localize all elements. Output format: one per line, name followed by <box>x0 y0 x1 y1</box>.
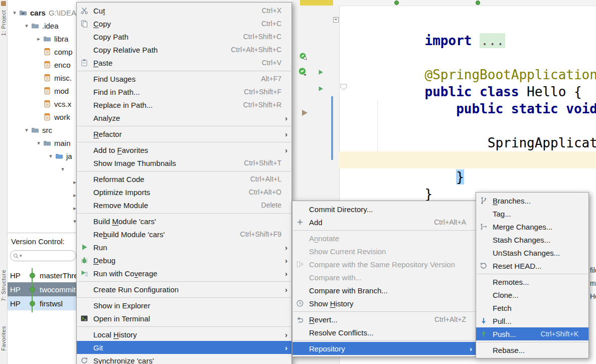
chevron-icon[interactable]: ▾ <box>58 166 67 172</box>
menu-item[interactable]: Annotate <box>292 232 476 245</box>
menu-item[interactable]: Stash Changes... <box>476 233 588 246</box>
terminal-icon <box>80 314 90 322</box>
chevron-icon[interactable]: ▾ <box>10 10 19 16</box>
menu-item-label: Revert... <box>309 315 338 324</box>
menu-item[interactable]: Optimize Imports Ctrl+Alt+O <box>77 186 291 199</box>
menu-item[interactable]: Compare with... <box>292 271 476 284</box>
run-gutter-icon[interactable] <box>317 69 324 76</box>
menu-item[interactable]: Remove Module Delete <box>77 199 291 212</box>
menu-item[interactable]: Reformat Code Ctrl+Alt+L <box>77 172 291 186</box>
menu-item[interactable]: Analyze <box>77 111 291 124</box>
menu-item[interactable]: Run with Coverage <box>77 267 291 280</box>
menu-item[interactable]: Show Current Revision <box>292 245 476 258</box>
menu-item[interactable]: Repository <box>292 342 476 355</box>
run-config-icon[interactable] <box>476 1 480 5</box>
menu-item[interactable]: Local History <box>77 328 291 341</box>
chevron-icon[interactable]: ▾ <box>22 23 31 29</box>
tool-window-corner-icon[interactable] <box>1 1 6 6</box>
repository-submenu: Branches... Tag... Merge Changes... St <box>476 192 589 358</box>
menu-item[interactable]: Git <box>77 341 291 354</box>
menu-item-shortcut: Ctrl+Shift+F9 <box>230 230 281 238</box>
fold-marker-collapsed[interactable] <box>333 17 339 23</box>
menu-item[interactable]: Replace in Path... Ctrl+Shift+R <box>77 98 291 111</box>
menu-item-label: Build Module 'cars' <box>93 217 156 226</box>
menu-item-label: Paste <box>93 59 112 67</box>
search-input[interactable] <box>22 251 74 260</box>
menu-item-shortcut: Ctrl+Alt+Shift+C <box>221 46 281 54</box>
sidebar-tab-structure[interactable]: 7: Structure <box>1 270 7 301</box>
menu-item-label: Tag... <box>493 210 511 218</box>
cut-icon <box>80 7 90 15</box>
code-line[interactable]: import ... <box>339 15 596 32</box>
chevron-icon[interactable]: ▾ <box>46 153 55 159</box>
folder-icon <box>43 35 52 43</box>
menu-item-shortcut: Ctrl+C <box>251 20 281 28</box>
menu-item[interactable]: Pull... <box>476 314 588 327</box>
reset-icon <box>480 262 490 270</box>
menu-item[interactable]: Show Image Thumbnails Ctrl+Shift+T <box>77 156 291 169</box>
menu-item[interactable]: Paste Ctrl+V <box>77 56 291 69</box>
menu-item[interactable]: Merge Changes... <box>476 220 588 233</box>
menu-item[interactable]: UnStash Changes... <box>476 246 588 259</box>
chevron-icon[interactable]: ▾ <box>22 127 31 133</box>
menu-item[interactable]: Resolve Conflicts... <box>292 326 476 339</box>
menu-item-label: Optimize Imports <box>93 188 150 197</box>
menu-item[interactable]: Debug <box>77 254 291 267</box>
revert-icon <box>296 315 306 323</box>
xml-file-icon <box>43 61 52 69</box>
menu-item[interactable]: Push... Ctrl+Shift+K <box>476 327 588 340</box>
menu-item[interactable]: Remotes... <box>476 275 588 288</box>
menu-item[interactable]: Compare with Branch... <box>292 284 476 297</box>
menu-item-label: Compare with... <box>309 273 362 282</box>
sidebar-tab-project[interactable]: 1: Project <box>1 10 7 36</box>
menu-item[interactable]: Find in Path... Ctrl+Shift+F <box>77 85 291 98</box>
menu-item-label: Resolve Conflicts... <box>309 328 373 337</box>
tree-item-label: enco <box>54 61 71 69</box>
active-editor-tab[interactable] <box>300 0 333 6</box>
menu-item[interactable]: Copy Relative Path Ctrl+Alt+Shift+C <box>77 43 291 56</box>
menu-item-label: Remove Module <box>93 201 148 210</box>
menu-item[interactable]: Branches... <box>476 194 588 207</box>
menu-item-shortcut: Ctrl+Shift+K <box>531 330 578 338</box>
menu-item[interactable]: Rebase... <box>476 343 588 356</box>
menu-item[interactable]: Build Module 'cars' <box>77 215 291 228</box>
menu-item[interactable]: Commit Directory... <box>292 203 476 216</box>
branch-search-box[interactable] <box>10 250 76 261</box>
run-config-icon[interactable] <box>394 1 399 5</box>
menu-item[interactable]: Cut Ctrl+X <box>77 4 291 17</box>
chevron-icon[interactable]: ▾ <box>34 140 43 146</box>
ide-window: 1: Project 7: Structure Favorites ▾ cars… <box>0 0 596 364</box>
submenu-arrow-icon <box>283 243 287 252</box>
menu-item[interactable]: Clone... <box>476 288 588 301</box>
menu-item[interactable]: Copy Path Ctrl+Shift+C <box>77 30 291 43</box>
menu-item[interactable]: Run <box>77 241 291 254</box>
spring-run-gutter-icon[interactable] <box>298 67 307 76</box>
menu-item[interactable]: Add to Favorites <box>77 143 291 156</box>
tree-item-label: work <box>54 113 70 121</box>
run-gutter-icon[interactable] <box>317 85 324 92</box>
menu-item[interactable]: Fetch <box>476 301 588 314</box>
menu-item[interactable]: Refactor <box>77 127 291 140</box>
code-text: import ... <box>425 33 506 48</box>
menu-item-label: Synchronize 'cars' <box>93 356 154 364</box>
menu-item[interactable]: Add Ctrl+Alt+A <box>292 216 476 229</box>
menu-item[interactable]: Reset HEAD... <box>476 259 588 272</box>
chevron-icon[interactable]: ▸ <box>34 36 43 42</box>
menu-item-shortcut: Ctrl+X <box>252 7 281 15</box>
menu-item[interactable]: Tag... <box>476 207 588 220</box>
menu-item[interactable]: Create Run Configuration <box>77 283 291 296</box>
menu-item[interactable]: Open in Terminal <box>77 312 291 325</box>
background-text-fragment: He <box>590 290 596 303</box>
menu-item[interactable]: Compare with the Same Repository Version <box>292 258 476 271</box>
tree-item-label: main <box>54 139 71 147</box>
menu-item[interactable]: Rebuild Module 'cars' Ctrl+Shift+F9 <box>77 228 291 241</box>
menu-item[interactable]: Synchronize 'cars' <box>77 354 291 364</box>
sidebar-tab-favorites[interactable]: Favorites <box>1 326 7 351</box>
menu-item[interactable]: Find Usages Alt+F7 <box>77 72 291 85</box>
menu-item[interactable]: Show in Explorer <box>77 299 291 312</box>
spring-bean-gutter-icon[interactable] <box>299 52 307 60</box>
menu-item[interactable]: Revert... Ctrl+Alt+Z <box>292 313 476 326</box>
menu-item[interactable]: Show History <box>292 297 476 310</box>
menu-item-label: Merge Changes... <box>493 223 552 231</box>
menu-item[interactable]: Copy Ctrl+C <box>77 17 291 30</box>
